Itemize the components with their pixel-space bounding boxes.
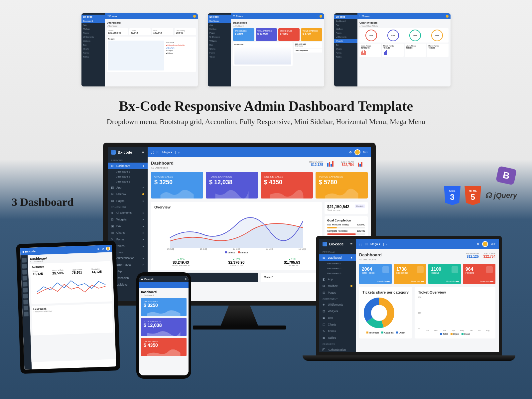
world-map	[108, 41, 164, 70]
sidebar-item-dashboard[interactable]: ⊞Dashboard▾	[319, 254, 356, 261]
sidebar-subitem[interactable]: Dashboard 2	[108, 174, 148, 179]
bar-chart	[423, 296, 492, 330]
tile-responded[interactable]: 1738RespondedMore info ⟶	[394, 264, 426, 284]
main-heading: Bx-Code Responsive Admin Dashboard Templ…	[0, 95, 532, 129]
thumbnail-dashboard-2: Bx-code Dashboard AppMailboxPages Ui Ele…	[208, 13, 324, 86]
sidebar-item-ui[interactable]: ◈Ui Elements▸	[108, 209, 148, 216]
tech-badges: CSS3 HTML5 ☊ jQuery	[444, 186, 517, 205]
overview-panel: Overview 15 Sep16 Sep17 Sep1	[151, 202, 322, 270]
area-chart	[154, 211, 319, 248]
search-icon[interactable]: ⌕	[178, 151, 180, 154]
top-bar: ⛶ 田 Mega ▾ | ⌕ ⚙Bx ▾	[148, 147, 371, 157]
page-title: Dashboard	[107, 21, 196, 24]
tablet-device: ◆ Bx-code≡⚙ Dashboard ⌂ / Dashboard Audi…	[16, 241, 120, 374]
donut-panel: Tickets share per category TechnicalAcco…	[359, 287, 412, 338]
thumbnail-dashboard-3: Bx-code DashboardAppMailboxPages Ui Elem…	[334, 13, 451, 86]
sidebar-item-mailbox[interactable]: ✉Mailbox	[108, 191, 148, 198]
sidebar-item-pages[interactable]: ▤Pages▸	[108, 198, 148, 204]
stat-cards: Income$21,150,542 Orders50,542 Visits150…	[107, 28, 196, 35]
sidebar-item-box[interactable]: ▣Box▸	[108, 223, 148, 229]
sidebar-section: COMPONENT	[108, 204, 148, 209]
brand-text: Bx-code	[118, 150, 132, 154]
gear-icon[interactable]: ⚙	[349, 151, 352, 154]
tile-earnings[interactable]: TOTAL EARNINGS$ 12,038	[206, 172, 258, 199]
breadcrumb: ⌂ / Dashboard	[107, 25, 196, 27]
bootstrap-icon: B	[496, 166, 517, 185]
phone-device: ◆Bx-code≡ Dashboard ⌂ / Dashboard GROSS …	[136, 272, 191, 379]
jquery-icon: ☊ jQuery	[485, 191, 517, 200]
tile-pending[interactable]: 964PendingMore info ⟶	[463, 264, 495, 284]
avatar[interactable]	[354, 149, 360, 155]
goal-completion: Goal Completion Add Products to Bag200/8…	[325, 216, 368, 239]
sidebar-subitem[interactable]: Dashboard 1	[108, 169, 148, 174]
sidebar-section: PERSONAL	[108, 157, 148, 163]
sidebar-item-widgets[interactable]: ⊡Widgets▸	[108, 216, 148, 223]
tile-gross-sales[interactable]: GROSS SALES$ 3250	[141, 298, 187, 316]
tile-online-sales[interactable]: ONLINE SALES$ 4350	[141, 338, 187, 356]
tile-online-sales[interactable]: ONLINE SALES$ 4350	[261, 172, 313, 199]
svg-rect-6	[361, 162, 362, 167]
line-chart	[32, 275, 110, 301]
dashboard-count-label: 3 Dashboard	[12, 196, 73, 208]
css3-icon: CSS3	[444, 186, 461, 205]
week-bars	[34, 311, 111, 334]
svg-rect-0	[327, 163, 329, 167]
html5-icon: HTML5	[465, 186, 481, 205]
heading-subtitle: Dropdown menu, Bootstrap grid, Accordion…	[13, 117, 519, 126]
page-title: Dashboard	[141, 290, 187, 294]
brand-logo: Bx-code	[81, 15, 105, 19]
svg-rect-2	[331, 164, 332, 167]
tile-gross-sales[interactable]: GROSS SALES$ 3250	[151, 172, 203, 199]
stat-income: Monthly$21,150,542Total Income	[325, 202, 368, 214]
tile-expenses[interactable]: VENUE EXPENSES$ 5780	[316, 172, 368, 199]
laptop-device: Bx-code≡ PERSONAL ⊞Dashboard▾ Dashboard …	[303, 236, 515, 361]
svg-rect-5	[359, 164, 361, 167]
menu-icon[interactable]: ≡	[142, 150, 144, 154]
sidebar-item-app[interactable]: ◧App▸	[108, 184, 148, 191]
svg-rect-4	[358, 163, 359, 167]
tile-earnings[interactable]: TOTAL EARNINGS$ 12,038	[141, 318, 187, 336]
svg-rect-1	[329, 162, 330, 167]
expand-icon[interactable]: ⛶	[151, 151, 154, 154]
donut-chart	[362, 296, 396, 330]
thumbnail-dashboard-1: Bx-code Dashboard AppMailboxPages Ui Ele…	[81, 13, 198, 86]
thumbnail-row: Bx-code Dashboard AppMailboxPages Ui Ele…	[0, 0, 532, 95]
breadcrumb: ⌂ / Dashboard	[151, 166, 368, 169]
sidebar-item-charts[interactable]: ◫Charts▸	[108, 229, 148, 236]
grid-icon[interactable]: 田	[157, 150, 160, 155]
sidebar-subitem[interactable]: Dashboard 3	[108, 179, 148, 184]
stat-tiles: GROSS SALES$ 3250 TOTAL EARNINGS$ 12,038…	[151, 172, 368, 199]
ticket-icon	[382, 266, 389, 273]
sidebar-item-dashboard[interactable]: ⊞Dashboard▾	[108, 163, 148, 169]
mega-menu[interactable]: Mega ▾	[162, 151, 172, 154]
report-title: Report	[108, 38, 195, 40]
sidebar-item-dashboard[interactable]: Dashboard	[81, 19, 105, 23]
tile-resolve[interactable]: 1100ResolveMore info ⟶	[428, 264, 461, 284]
tile-total-tickets[interactable]: 2064Total TicketsMore info ⟶	[359, 264, 392, 284]
logo-icon	[111, 150, 116, 155]
bars-panel: Ticket Overview 15010050	[415, 287, 495, 338]
heading-title: Bx-Code Responsive Admin Dashboard Templ…	[13, 98, 519, 114]
svg-rect-3	[332, 161, 333, 167]
